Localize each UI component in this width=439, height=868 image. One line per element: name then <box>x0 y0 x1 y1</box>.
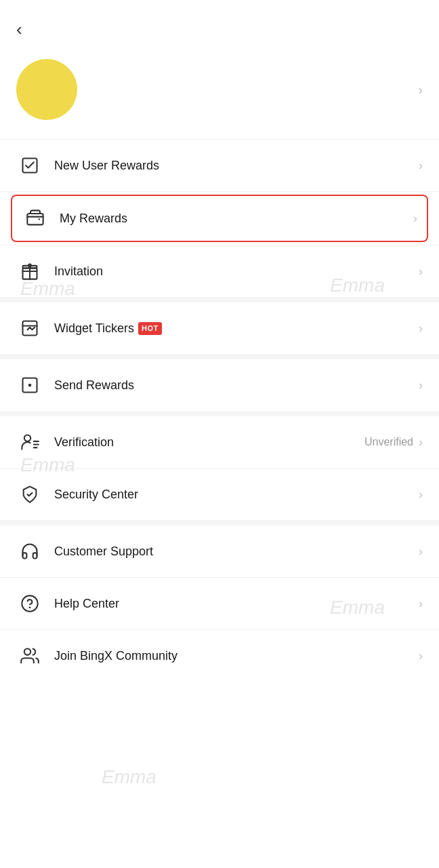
menu-group-send: Send Rewards › <box>0 359 439 411</box>
svg-point-15 <box>24 649 30 655</box>
new-user-rewards-chevron: › <box>419 159 423 173</box>
svg-rect-1 <box>27 214 43 224</box>
menu-item-new-user-rewards[interactable]: New User Rewards › <box>0 140 439 191</box>
invitation-icon <box>16 258 43 285</box>
watermark-5: Emma <box>102 766 156 788</box>
menu-item-my-rewards[interactable]: My Rewards › <box>11 195 428 242</box>
customer-support-icon <box>16 538 43 565</box>
help-center-icon <box>16 590 43 617</box>
section-divider-3 <box>0 411 439 416</box>
section-divider-1 <box>0 297 439 302</box>
menu-group-security: Verification Unverified › Security Cente… <box>0 416 439 520</box>
join-community-chevron: › <box>419 649 423 663</box>
join-community-icon <box>16 642 43 669</box>
widget-tickers-label: Widget TickersHOT <box>54 321 419 336</box>
widget-tickers-icon <box>16 315 43 342</box>
join-community-label: Join BingX Community <box>54 649 419 663</box>
my-rewards-chevron: › <box>413 212 417 226</box>
avatar-section[interactable]: › <box>0 51 439 139</box>
avatar-chevron-icon: › <box>418 82 423 98</box>
hot-badge: HOT <box>138 322 162 335</box>
menu-group-widget: Widget TickersHOT › <box>0 302 439 354</box>
my-rewards-label: My Rewards <box>60 212 413 226</box>
security-center-chevron: › <box>419 488 423 502</box>
new-user-rewards-label: New User Rewards <box>54 159 419 173</box>
help-center-label: Help Center <box>54 597 419 611</box>
menu-item-send-rewards[interactable]: Send Rewards › <box>0 359 439 411</box>
svg-point-9 <box>24 435 30 441</box>
avatar <box>16 59 77 120</box>
menu-group-support: Customer Support › Help Center › <box>0 526 439 682</box>
menu-item-verification[interactable]: Verification Unverified › <box>0 416 439 468</box>
send-rewards-chevron: › <box>419 378 423 393</box>
back-chevron-icon: ‹ <box>16 19 22 40</box>
help-center-chevron: › <box>419 597 423 611</box>
menu-item-join-community[interactable]: Join BingX Community › <box>0 630 439 682</box>
menu-item-help-center[interactable]: Help Center › <box>0 578 439 629</box>
invitation-label: Invitation <box>54 264 419 279</box>
section-divider-4 <box>0 520 439 526</box>
back-button[interactable]: ‹ <box>0 0 439 51</box>
section-divider-2 <box>0 354 439 359</box>
divider-1 <box>0 191 439 192</box>
verification-chevron: › <box>419 435 423 450</box>
security-center-icon <box>16 481 43 508</box>
menu-item-widget-tickers[interactable]: Widget TickersHOT › <box>0 302 439 354</box>
menu-item-invitation[interactable]: Invitation › <box>0 245 439 297</box>
new-user-rewards-icon <box>16 152 43 179</box>
customer-support-chevron: › <box>419 545 423 559</box>
svg-point-8 <box>28 384 32 387</box>
invitation-chevron: › <box>419 264 423 279</box>
verification-label: Verification <box>54 435 364 450</box>
verification-value: Unverified <box>364 436 413 448</box>
my-rewards-icon <box>22 205 49 232</box>
verification-icon <box>16 429 43 456</box>
svg-point-13 <box>22 595 37 611</box>
send-rewards-label: Send Rewards <box>54 378 419 393</box>
widget-tickers-chevron: › <box>419 321 423 336</box>
menu-group-rewards: New User Rewards › My Rewards › <box>0 140 439 297</box>
customer-support-label: Customer Support <box>54 545 419 559</box>
menu-item-security-center[interactable]: Security Center › <box>0 469 439 520</box>
menu-item-customer-support[interactable]: Customer Support › <box>0 526 439 577</box>
send-rewards-icon <box>16 372 43 399</box>
security-center-label: Security Center <box>54 488 419 502</box>
